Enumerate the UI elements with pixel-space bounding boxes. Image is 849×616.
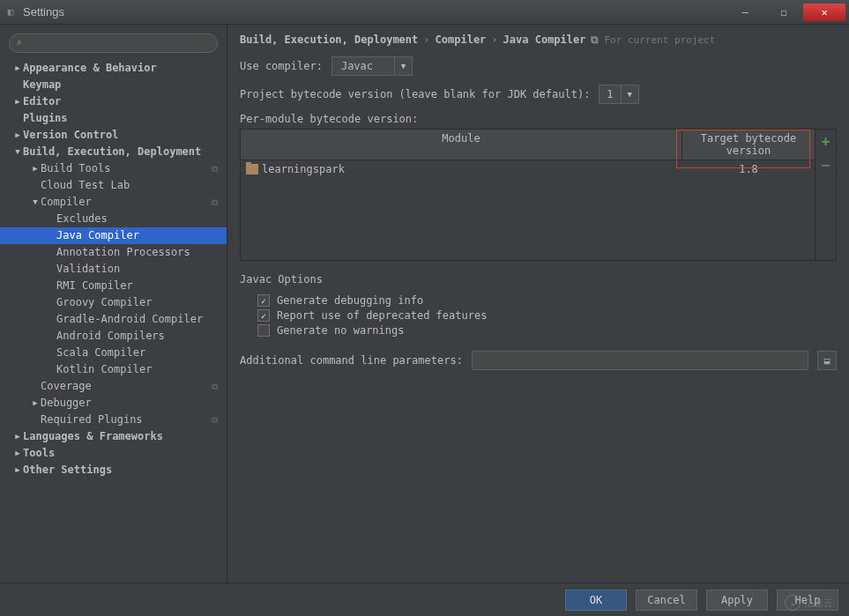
module-table: Module Target bytecode version learnings… (240, 129, 837, 261)
tree-item-label: Gradle-Android Compiler (56, 311, 203, 328)
app-icon: ◧ (4, 5, 18, 19)
tree-item[interactable]: ▶Appearance & Behavior (0, 60, 227, 77)
main-panel: Build, Execution, Deployment › Compiler … (227, 25, 849, 589)
tree-item-label: Plugins (23, 110, 68, 127)
tree-arrow-icon[interactable]: ▼ (12, 144, 23, 160)
tree-item-label: Cloud Test Lab (41, 177, 130, 194)
remove-module-button[interactable]: − (822, 157, 830, 174)
apply-button[interactable]: Apply (706, 590, 768, 611)
tree-item-label: Kotlin Compiler (56, 361, 152, 378)
dialog-footer: OK Cancel Apply Help (0, 583, 849, 616)
tree-item-label: Groovy Compiler (56, 294, 152, 311)
use-compiler-combo[interactable]: Javac ▼ (331, 56, 413, 76)
breadcrumb-sep: › (491, 33, 497, 46)
tree-item[interactable]: Cloud Test Lab (0, 177, 227, 194)
tree-arrow-icon[interactable]: ▼ (30, 194, 41, 211)
per-module-label: Per-module bytecode version: (240, 113, 837, 125)
tree-item-label: Scala Compiler (56, 345, 145, 361)
tree-item[interactable]: Plugins (0, 110, 227, 127)
tree-item-label: Annotation Processors (56, 244, 190, 261)
tree-item[interactable]: ▶Other Settings (0, 462, 227, 479)
tree-item-label: Excludes (56, 211, 108, 227)
tree-item[interactable]: ▶Tools (0, 445, 227, 462)
combo-value: Javac (332, 60, 394, 72)
search-input[interactable] (9, 33, 218, 53)
tree-arrow-icon[interactable]: ▶ (30, 395, 41, 412)
search-icon: ⌕ (16, 37, 22, 48)
checkbox-debug[interactable] (257, 294, 270, 307)
checkbox-label: Generate debugging info (277, 294, 423, 307)
tree-item-label: Keymap (23, 77, 61, 93)
chevron-down-icon[interactable]: ▼ (621, 85, 638, 103)
col-header-target[interactable]: Target bytecode version (682, 130, 815, 160)
table-row[interactable]: learningspark 1.8 (241, 160, 815, 178)
project-bytecode-combo[interactable]: 1 ▼ (599, 85, 638, 104)
copy-icon[interactable]: ⧉ (212, 378, 218, 395)
tree-arrow-icon[interactable]: ▶ (12, 462, 23, 479)
tree-item-label: Editor (23, 93, 61, 110)
ok-button[interactable]: OK (565, 590, 627, 611)
tree-item[interactable]: Android Compilers (0, 328, 227, 345)
tree-item-label: Build Tools (41, 160, 110, 177)
checkbox-deprecated[interactable] (257, 309, 270, 322)
close-button[interactable]: ✕ (803, 4, 845, 21)
tree-arrow-icon[interactable]: ▶ (12, 428, 23, 445)
breadcrumb-seg[interactable]: Build, Execution, Deployment (240, 33, 418, 46)
expand-params-button[interactable]: ⬓ (817, 351, 837, 370)
tree-item[interactable]: Validation (0, 261, 227, 278)
breadcrumb-seg[interactable]: Java Compiler (503, 33, 586, 46)
tree-item[interactable]: ▶Editor (0, 93, 227, 110)
project-bytecode-label: Project bytecode version (leave blank fo… (240, 88, 590, 100)
combo-value: 1 (600, 88, 620, 100)
tree-item[interactable]: ▶Debugger (0, 395, 227, 412)
tree-arrow-icon[interactable]: ▶ (12, 93, 23, 110)
minimize-button[interactable]: — (726, 4, 764, 21)
checkbox-label: Report use of deprecated features (277, 309, 487, 322)
breadcrumb: Build, Execution, Deployment › Compiler … (240, 33, 837, 46)
copy-icon[interactable]: ⧉ (212, 160, 218, 177)
window-title: Settings (23, 5, 726, 19)
breadcrumb-note: For current project (604, 34, 715, 46)
tree-item-label: Required Plugins (41, 412, 143, 428)
col-header-module[interactable]: Module (241, 130, 682, 160)
tree-item[interactable]: Annotation Processors (0, 244, 227, 261)
tree-item[interactable]: Gradle-Android Compiler (0, 311, 227, 328)
tree-item[interactable]: ▶Languages & Frameworks (0, 428, 227, 445)
chevron-down-icon[interactable]: ▼ (394, 57, 412, 75)
tree-item-label: Android Compilers (56, 328, 165, 345)
tree-item[interactable]: ▼Build, Execution, Deployment (0, 144, 227, 160)
target-version-cell[interactable]: 1.8 (682, 160, 815, 178)
tree-item[interactable]: Java Compiler (0, 227, 227, 244)
copy-icon[interactable]: ⧉ (212, 194, 218, 211)
tree-arrow-icon[interactable]: ▶ (12, 127, 23, 144)
tree-item[interactable]: RMI Compiler (0, 278, 227, 294)
tree-item[interactable]: Kotlin Compiler (0, 361, 227, 378)
tree-item[interactable]: ▶Build Tools⧉ (0, 160, 227, 177)
checkbox-nowarn[interactable] (257, 324, 270, 337)
copy-icon[interactable]: ⧉ (591, 33, 599, 46)
tree-item-label: RMI Compiler (56, 278, 133, 294)
module-name: learningspark (262, 163, 345, 175)
tree-item[interactable]: ▼Compiler⧉ (0, 194, 227, 211)
tree-item[interactable]: Scala Compiler (0, 345, 227, 361)
tree-item[interactable]: ▶Version Control (0, 127, 227, 144)
titlebar: ◧ Settings — ☐ ✕ (0, 0, 849, 25)
add-module-button[interactable]: + (822, 133, 830, 150)
tree-item[interactable]: Groovy Compiler (0, 294, 227, 311)
additional-params-input[interactable] (472, 351, 808, 370)
tree-item-label: Validation (56, 261, 120, 278)
cancel-button[interactable]: Cancel (636, 590, 697, 611)
tree-item-label: Coverage (41, 378, 92, 395)
tree-item[interactable]: Coverage⧉ (0, 378, 227, 395)
tree-arrow-icon[interactable]: ▶ (30, 160, 41, 177)
tree-item[interactable]: Excludes (0, 211, 227, 227)
copy-icon[interactable]: ⧉ (212, 412, 218, 428)
tree-arrow-icon[interactable]: ▶ (12, 60, 23, 77)
additional-params-label: Additional command line parameters: (240, 354, 463, 367)
breadcrumb-seg[interactable]: Compiler (436, 33, 487, 46)
tree-arrow-icon[interactable]: ▶ (12, 445, 23, 462)
tree-item[interactable]: Keymap (0, 77, 227, 93)
maximize-button[interactable]: ☐ (764, 4, 803, 21)
tree-item[interactable]: Required Plugins⧉ (0, 412, 227, 428)
tree-item-label: Java Compiler (56, 227, 139, 244)
